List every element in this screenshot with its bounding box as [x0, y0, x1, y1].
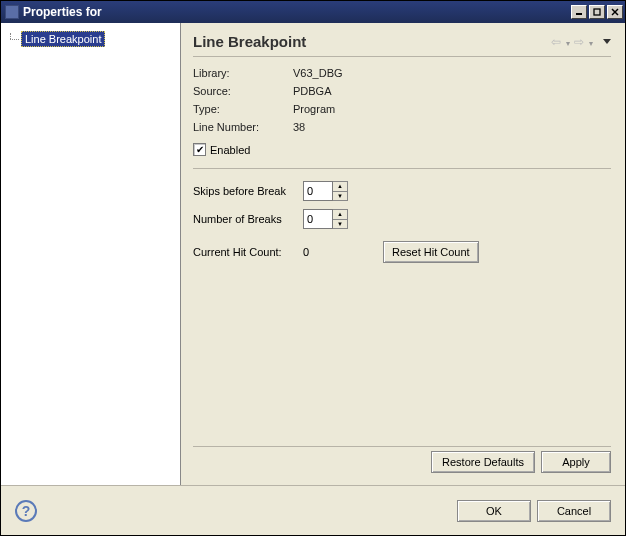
source-value: PDBGA — [293, 85, 332, 97]
maximize-button[interactable] — [589, 5, 605, 19]
skips-label: Skips before Break — [193, 185, 303, 197]
reset-hit-count-button[interactable]: Reset Hit Count — [383, 241, 479, 263]
content-panel: Line Breakpoint ⇦ ⇨ Library: V63_DBG Sou… — [181, 23, 625, 485]
forward-arrow-icon[interactable]: ⇨ — [574, 35, 584, 49]
row-line-number: Line Number: 38 — [193, 121, 611, 133]
title-bar: Properties for — [1, 1, 625, 23]
skips-spin-buttons: ▲ ▼ — [333, 181, 348, 201]
page-header: Line Breakpoint ⇦ ⇨ — [193, 33, 611, 50]
line-number-value: 38 — [293, 121, 305, 133]
separator — [193, 56, 611, 57]
row-type: Type: Program — [193, 103, 611, 115]
apply-button[interactable]: Apply — [541, 451, 611, 473]
skips-down-icon[interactable]: ▼ — [333, 192, 347, 201]
line-number-label: Line Number: — [193, 121, 293, 133]
ok-button[interactable]: OK — [457, 500, 531, 522]
row-enabled: ✔ Enabled — [193, 143, 611, 156]
skips-spinner: ▲ ▼ — [303, 181, 348, 201]
row-skips: Skips before Break ▲ ▼ — [193, 181, 611, 201]
restore-defaults-button[interactable]: Restore Defaults — [431, 451, 535, 473]
breaks-spinner: ▲ ▼ — [303, 209, 348, 229]
breaks-label: Number of Breaks — [193, 213, 303, 225]
enabled-checkbox[interactable]: ✔ — [193, 143, 206, 156]
window-controls — [571, 5, 623, 19]
type-value: Program — [293, 103, 335, 115]
minimize-button[interactable] — [571, 5, 587, 19]
skips-input[interactable] — [303, 181, 333, 201]
hit-count-label: Current Hit Count: — [193, 246, 303, 258]
nav-arrows: ⇦ ⇨ — [551, 35, 611, 49]
separator — [193, 168, 611, 169]
main-area: Line Breakpoint Line Breakpoint ⇦ ⇨ Libr… — [1, 23, 625, 485]
page-footer-buttons: Restore Defaults Apply — [193, 446, 611, 477]
enabled-label: Enabled — [210, 144, 250, 156]
breaks-spin-buttons: ▲ ▼ — [333, 209, 348, 229]
page-title: Line Breakpoint — [193, 33, 551, 50]
dialog-button-bar: ? OK Cancel — [1, 485, 625, 535]
row-source: Source: PDBGA — [193, 85, 611, 97]
source-label: Source: — [193, 85, 293, 97]
library-label: Library: — [193, 67, 293, 79]
hit-count-value: 0 — [303, 246, 383, 258]
tree-item-label: Line Breakpoint — [21, 31, 105, 47]
skips-up-icon[interactable]: ▲ — [333, 182, 347, 192]
tree-item-line-breakpoint[interactable]: Line Breakpoint — [5, 31, 176, 47]
cancel-button[interactable]: Cancel — [537, 500, 611, 522]
library-value: V63_DBG — [293, 67, 343, 79]
window-title: Properties for — [23, 5, 571, 19]
breaks-input[interactable] — [303, 209, 333, 229]
breaks-up-icon[interactable]: ▲ — [333, 210, 347, 220]
back-history-icon[interactable] — [565, 36, 570, 48]
row-library: Library: V63_DBG — [193, 67, 611, 79]
svg-rect-1 — [594, 9, 600, 15]
page-menu-icon[interactable] — [603, 39, 611, 44]
category-tree[interactable]: Line Breakpoint — [1, 23, 181, 485]
breaks-down-icon[interactable]: ▼ — [333, 220, 347, 229]
app-icon — [5, 5, 19, 19]
close-button[interactable] — [607, 5, 623, 19]
back-arrow-icon[interactable]: ⇦ — [551, 35, 561, 49]
forward-history-icon[interactable] — [588, 36, 593, 48]
row-hit-count: Current Hit Count: 0 Reset Hit Count — [193, 241, 611, 263]
help-icon[interactable]: ? — [15, 500, 37, 522]
type-label: Type: — [193, 103, 293, 115]
tree-connector-icon — [5, 33, 19, 45]
row-breaks: Number of Breaks ▲ ▼ — [193, 209, 611, 229]
spacer — [193, 263, 611, 440]
